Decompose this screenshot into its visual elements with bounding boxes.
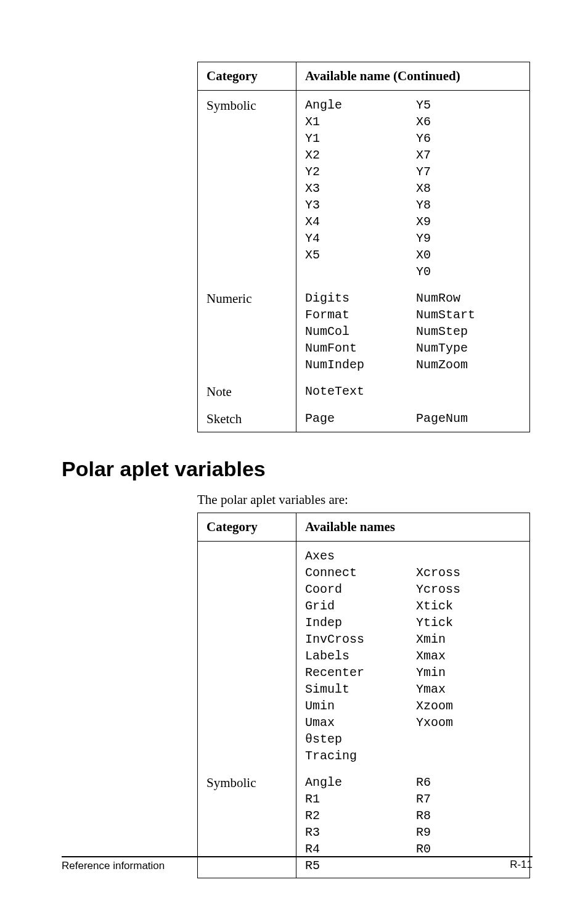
- variable-name: NumStart: [416, 307, 521, 323]
- variable-name: θstep: [305, 731, 416, 748]
- variable-name: Y1: [305, 130, 416, 147]
- footer-left: Reference information: [62, 860, 165, 872]
- variable-name: R1: [305, 791, 416, 807]
- table-row: SymbolicAngleX1Y1X2Y2X3Y3X4Y4X5Y5X6Y6X7Y…: [198, 91, 530, 284]
- table-row: NoteNoteText: [198, 377, 530, 404]
- variable-name: Grid: [305, 598, 416, 614]
- variable-name: R6: [416, 774, 521, 791]
- names-column-1: DigitsFormatNumColNumFontNumIndep: [305, 290, 416, 373]
- category-cell: Symbolic: [198, 91, 296, 284]
- variable-name: Simult: [305, 681, 416, 698]
- table-row: AxesConnectCoordGridIndepInvCrossLabelsR…: [198, 541, 530, 768]
- variable-name: Y7: [416, 163, 521, 180]
- variable-name: Ycross: [416, 581, 521, 598]
- names-column-2: NumRowNumStartNumStepNumTypeNumZoom: [416, 290, 521, 373]
- variable-name: NumStep: [416, 323, 521, 340]
- variable-name: R2: [305, 807, 416, 824]
- variable-name: Y9: [416, 230, 521, 247]
- variable-name: Ytick: [416, 614, 521, 631]
- table2-header-names: Available names: [296, 513, 530, 541]
- variable-name: X9: [416, 213, 521, 230]
- variable-name: NumType: [416, 340, 521, 357]
- variable-name: NumRow: [416, 290, 521, 307]
- variable-name: Xtick: [416, 598, 521, 614]
- variable-name: Xcross: [416, 564, 521, 581]
- variable-name: X0: [416, 247, 521, 263]
- variable-name: R3: [305, 824, 416, 841]
- names-column-1: Page: [305, 410, 416, 427]
- variable-name: X4: [305, 213, 416, 230]
- variable-name: Y3: [305, 197, 416, 213]
- variable-name: Recenter: [305, 664, 416, 681]
- variable-name: Xmax: [416, 648, 521, 664]
- variable-name: Format: [305, 307, 416, 323]
- variable-name: X3: [305, 180, 416, 197]
- table2-header-category: Category: [198, 513, 296, 541]
- variable-name: Y6: [416, 130, 521, 147]
- variable-name: Y2: [305, 163, 416, 180]
- table1-header-category: Category: [198, 62, 296, 91]
- variable-name: NumCol: [305, 323, 416, 340]
- variable-name: Ymin: [416, 664, 521, 681]
- variable-name: Xmin: [416, 631, 521, 648]
- variable-name: Digits: [305, 290, 416, 307]
- names-cell: DigitsFormatNumColNumFontNumIndepNumRowN…: [296, 284, 530, 377]
- names-cell: NoteText: [296, 377, 530, 404]
- names-column-1: AxesConnectCoordGridIndepInvCrossLabelsR…: [305, 548, 416, 764]
- variable-name: X6: [416, 113, 521, 130]
- variable-name: NumZoom: [416, 357, 521, 373]
- variable-name: NumFont: [305, 340, 416, 357]
- variable-name: Indep: [305, 614, 416, 631]
- names-column-2: PageNum: [416, 410, 521, 427]
- footer-page-number: R-11: [510, 857, 533, 872]
- table-continued: Category Available name (Continued) Symb…: [197, 62, 530, 432]
- names-cell: AngleX1Y1X2Y2X3Y3X4Y4X5Y5X6Y6X7Y7X8Y8X9Y…: [296, 91, 530, 284]
- variable-name: X2: [305, 147, 416, 163]
- names-column-1: AngleX1Y1X2Y2X3Y3X4Y4X5: [305, 97, 416, 280]
- category-cell: Note: [198, 377, 296, 404]
- variable-name: Yxoom: [416, 714, 521, 731]
- variable-name: R0: [416, 841, 521, 857]
- names-cell: AxesConnectCoordGridIndepInvCrossLabelsR…: [296, 541, 530, 768]
- variable-name: R4: [305, 841, 416, 857]
- category-cell: Sketch: [198, 404, 296, 432]
- variable-name: InvCross: [305, 631, 416, 648]
- variable-name: PageNum: [416, 410, 521, 427]
- variable-name: Coord: [305, 581, 416, 598]
- variable-name: Page: [305, 410, 416, 427]
- table-polar: Category Available names AxesConnectCoor…: [197, 513, 530, 878]
- variable-name: Ymax: [416, 681, 521, 698]
- intro-text: The polar aplet variables are:: [197, 492, 533, 508]
- variable-name: X1: [305, 113, 416, 130]
- variable-name: Umin: [305, 698, 416, 714]
- category-cell: [198, 541, 296, 768]
- variable-name: Labels: [305, 648, 416, 664]
- variable-name: [416, 548, 521, 564]
- variable-name: Connect: [305, 564, 416, 581]
- variable-name: R7: [416, 791, 521, 807]
- names-column-2: [416, 383, 521, 400]
- variable-name: Axes: [305, 548, 416, 564]
- table1-header-names: Available name (Continued): [296, 62, 530, 91]
- variable-name: X5: [305, 247, 416, 263]
- variable-name: NumIndep: [305, 357, 416, 373]
- variable-name: Angle: [305, 774, 416, 791]
- variable-name: NoteText: [305, 383, 416, 400]
- variable-name: R9: [416, 824, 521, 841]
- table-row: SketchPagePageNum: [198, 404, 530, 432]
- section-heading: Polar aplet variables: [62, 457, 533, 481]
- variable-name: X7: [416, 147, 521, 163]
- variable-name: Umax: [305, 714, 416, 731]
- variable-name: R8: [416, 807, 521, 824]
- names-column-1: NoteText: [305, 383, 416, 400]
- variable-name: X8: [416, 180, 521, 197]
- variable-name: Angle: [305, 97, 416, 113]
- variable-name: Xzoom: [416, 698, 521, 714]
- variable-name: Y5: [416, 97, 521, 113]
- table-row: NumericDigitsFormatNumColNumFontNumIndep…: [198, 284, 530, 377]
- category-cell: Numeric: [198, 284, 296, 377]
- names-column-2: XcrossYcrossXtickYtickXminXmaxYminYmaxXz…: [416, 548, 521, 764]
- variable-name: Tracing: [305, 748, 416, 764]
- names-column-2: Y5X6Y6X7Y7X8Y8X9Y9X0Y0: [416, 97, 521, 280]
- names-cell: PagePageNum: [296, 404, 530, 432]
